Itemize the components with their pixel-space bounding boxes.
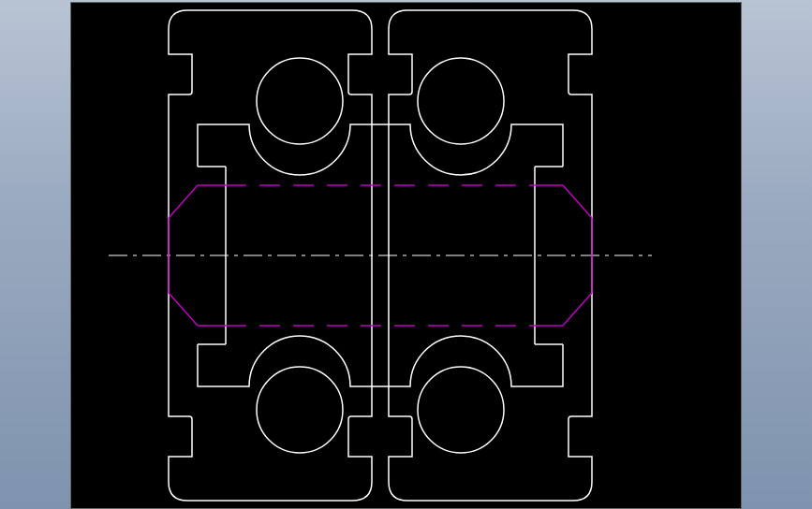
cad-drawing-canvas — [70, 2, 742, 509]
bearing-cross-section — [71, 3, 741, 508]
chamfer-left-top — [169, 185, 198, 218]
chamfer-right-bottom — [563, 293, 592, 326]
chamfer-left-bottom — [169, 293, 198, 326]
chamfer-right-top — [563, 185, 592, 218]
ball-bottom-right — [418, 367, 504, 453]
ball-top-left — [257, 58, 343, 144]
ball-bottom-left — [257, 367, 343, 453]
ball-top-right — [418, 58, 504, 144]
inner-race-bottom — [198, 336, 563, 386]
inner-race-top — [198, 124, 563, 175]
